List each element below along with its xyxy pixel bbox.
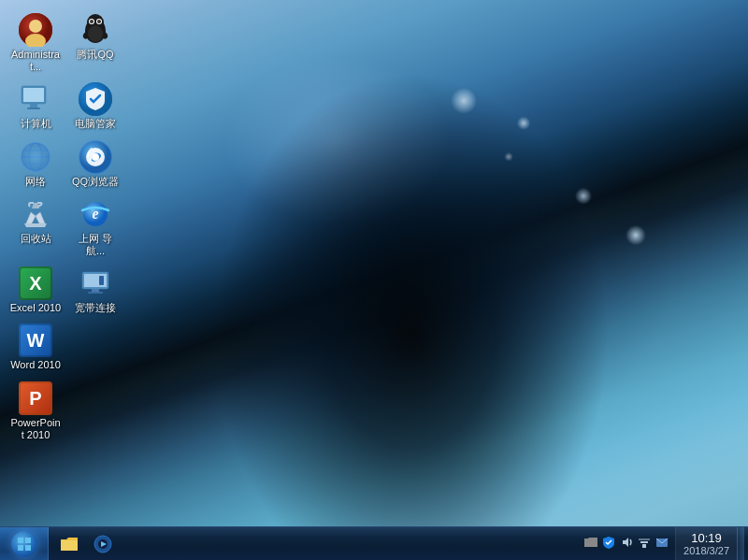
svg-point-23 (92, 153, 99, 161)
qq-icon (79, 13, 112, 47)
recycle-icon (19, 197, 52, 231)
svg-rect-40 (25, 545, 31, 551)
ie-label: 上网 导航... (69, 233, 122, 257)
svg-rect-46 (640, 541, 648, 543)
tray-icon-message[interactable] (654, 535, 669, 553)
svg-point-20 (22, 143, 50, 171)
desktop-icon-powerpoint[interactable]: P PowerPoint 2010 (7, 378, 64, 445)
tray-folder-icon (583, 535, 598, 550)
system-tray (578, 535, 675, 553)
tray-volume-icon (619, 535, 634, 550)
svg-text:X: X (29, 273, 42, 294)
clock-time: 10:19 (691, 531, 722, 545)
taskbar-app-media[interactable] (86, 529, 120, 559)
svg-rect-30 (92, 289, 99, 292)
word-label: Word 2010 (10, 359, 61, 371)
security-label: 电脑管家 (75, 118, 116, 130)
icon-row-6: P PowerPoint 2010 (7, 378, 123, 445)
taskbar: 10:19 2018/3/27 (0, 526, 748, 560)
svg-rect-11 (23, 88, 44, 102)
broadband-label: 宽带连接 (75, 302, 116, 314)
tray-shield-icon (601, 535, 616, 550)
taskbar-apps (49, 527, 574, 560)
svg-text:W: W (27, 330, 45, 351)
excel-label: Excel 2010 (10, 302, 61, 314)
security-icon (79, 82, 112, 116)
svg-point-1 (29, 20, 42, 33)
svg-point-8 (97, 20, 101, 23)
desktop-icons-container: Administrat... 腾讯QQ (7, 9, 123, 445)
svg-text:P: P (29, 388, 41, 409)
desktop-icon-excel[interactable]: X Excel 2010 (7, 263, 64, 318)
qqbrowser-icon (79, 140, 112, 174)
desktop: Administrat... 腾讯QQ (0, 0, 748, 560)
svg-rect-41 (61, 540, 78, 551)
network-icon (19, 140, 52, 174)
computer-icon (19, 82, 52, 116)
svg-point-7 (90, 20, 94, 23)
word-icon: W (19, 323, 52, 357)
svg-point-9 (88, 25, 103, 42)
media-player-icon (93, 534, 113, 554)
show-desktop-button[interactable] (737, 527, 744, 561)
svg-rect-47 (639, 538, 650, 540)
tray-network-icon (637, 535, 652, 550)
desktop-icon-network[interactable]: 网络 (7, 136, 64, 192)
qqbrowser-label: QQ浏览器 (72, 176, 119, 188)
desktop-icon-computer[interactable]: 计算机 (7, 79, 64, 134)
admin-icon (19, 13, 52, 47)
desktop-icon-recycle[interactable]: 回收站 (7, 194, 64, 261)
svg-rect-13 (27, 108, 40, 109)
tray-icon-network[interactable] (637, 535, 652, 553)
windows-logo-icon (17, 537, 32, 552)
clock-area[interactable]: 10:19 2018/3/27 (675, 527, 737, 560)
computer-label: 计算机 (21, 118, 51, 130)
desktop-icon-word[interactable]: W Word 2010 (7, 320, 64, 375)
folder-icon (59, 534, 79, 554)
icon-row-4: X Excel 2010 宽带连接 (7, 263, 123, 318)
start-button[interactable] (0, 527, 49, 561)
powerpoint-icon: P (19, 381, 52, 415)
broadband-icon (79, 266, 112, 300)
tray-message-icon (654, 535, 669, 550)
tray-icon-volume[interactable] (619, 535, 634, 553)
ie-icon: e (79, 197, 112, 231)
desktop-icon-qqbrowser[interactable]: QQ浏览器 (67, 136, 123, 192)
tray-icon-shield[interactable] (601, 535, 616, 553)
desktop-icon-broadband[interactable]: 宽带连接 (67, 263, 123, 318)
taskbar-app-explorer[interactable] (52, 529, 86, 559)
taskbar-right: 10:19 2018/3/27 (574, 527, 748, 560)
tray-icon-folder[interactable] (583, 535, 598, 553)
icon-row-0: Administrat... 腾讯QQ (7, 9, 123, 77)
svg-rect-31 (88, 292, 103, 294)
desktop-icon-security[interactable]: 电脑管家 (67, 79, 123, 134)
svg-rect-38 (25, 538, 31, 543)
svg-rect-12 (30, 104, 37, 108)
desktop-icon-qq[interactable]: 腾讯QQ (67, 9, 123, 77)
svg-rect-37 (18, 538, 23, 543)
icon-row-5: W Word 2010 (7, 320, 123, 375)
icon-row-1: 计算机 电脑管家 (7, 79, 123, 134)
svg-rect-45 (642, 544, 646, 548)
icon-row-2: 网络 (7, 136, 123, 192)
desktop-icon-ie[interactable]: e 上网 导航... (67, 194, 123, 261)
desktop-icon-admin[interactable]: Administrat... (7, 9, 64, 77)
recycle-label: 回收站 (21, 233, 51, 245)
svg-rect-32 (99, 276, 104, 285)
network-label: 网络 (25, 176, 46, 188)
svg-rect-39 (18, 545, 23, 551)
excel-icon: X (19, 266, 52, 300)
clock-date: 2018/3/27 (683, 545, 729, 556)
qq-label: 腾讯QQ (77, 49, 113, 61)
start-orb (11, 531, 37, 557)
powerpoint-label: PowerPoint 2010 (9, 417, 62, 441)
admin-label: Administrat... (9, 49, 62, 73)
icon-row-3: 回收站 e 上网 导 (7, 194, 123, 261)
